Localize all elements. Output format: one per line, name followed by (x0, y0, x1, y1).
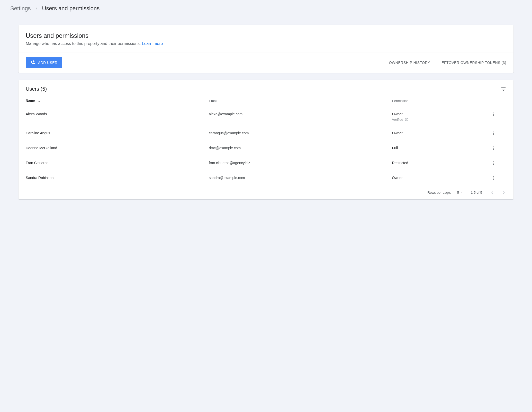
column-header-email[interactable]: Email (202, 95, 385, 107)
table-footer: Rows per page: 5 1-5 of 5 (19, 186, 513, 199)
ownership-history-link[interactable]: OWNERSHIP HISTORY (389, 61, 430, 65)
table-row: Fran Cisnerosfran.cisneros@agency.bizRes… (19, 156, 513, 171)
user-email-cell: alexa@example.com (202, 107, 385, 126)
svg-point-2 (493, 113, 494, 113)
row-menu-button[interactable] (491, 112, 496, 117)
dropdown-icon (460, 191, 463, 194)
users-table: Name Email Permission Alexa Woodsalexa@e… (19, 95, 513, 186)
table-row: Sandra Robinsonsandra@example.comOwner (19, 171, 513, 186)
user-name-cell: Caroline Angus (19, 126, 202, 141)
row-menu-button[interactable] (491, 161, 496, 165)
svg-point-3 (493, 114, 494, 115)
user-name-cell: Alexa Woods (19, 107, 202, 126)
svg-point-4 (493, 115, 494, 116)
user-email-cell: carangus@example.com (202, 126, 385, 141)
user-permission-cell: OwnerVerified (385, 107, 474, 126)
user-permission-cell: Owner (385, 171, 474, 186)
svg-point-1 (407, 120, 407, 120)
svg-point-11 (493, 161, 494, 162)
table-row: Caroline Anguscarangus@example.comOwner (19, 126, 513, 141)
row-menu-button[interactable] (491, 131, 496, 136)
breadcrumb-root-link[interactable]: Settings (10, 5, 31, 12)
user-email-cell: sandra@example.com (202, 171, 385, 186)
pagination-range: 1-5 of 5 (471, 191, 482, 194)
svg-point-6 (493, 133, 494, 134)
chevron-right-icon (35, 7, 38, 10)
person-add-icon (30, 60, 35, 65)
svg-point-9 (493, 148, 494, 148)
next-page-button[interactable] (501, 190, 506, 195)
svg-point-10 (493, 149, 494, 150)
svg-point-7 (493, 134, 494, 135)
user-permission-cell: Restricted (385, 156, 474, 171)
user-name-cell: Fran Cisneros (19, 156, 202, 171)
row-menu-button[interactable] (491, 176, 496, 180)
rows-per-page-select[interactable]: 5 (457, 191, 463, 194)
add-user-label: ADD USER (38, 61, 58, 65)
svg-point-8 (493, 146, 494, 147)
svg-point-12 (493, 163, 494, 163)
add-user-button[interactable]: ADD USER (26, 57, 62, 68)
filter-icon[interactable] (501, 86, 506, 92)
column-header-permission[interactable]: Permission (385, 95, 474, 107)
user-email-cell: fran.cisneros@agency.biz (202, 156, 385, 171)
row-menu-button[interactable] (491, 146, 496, 151)
prev-page-button[interactable] (490, 190, 495, 195)
user-permission-cell: Owner (385, 126, 474, 141)
arrow-down-icon (37, 99, 41, 103)
users-table-card: Users (5) Name Email Permission (19, 80, 513, 199)
help-icon[interactable] (405, 118, 409, 121)
user-name-cell: Sandra Robinson (19, 171, 202, 186)
table-row: Alexa Woodsalexa@example.comOwnerVerifie… (19, 107, 513, 126)
svg-point-14 (493, 176, 494, 177)
breadcrumb: Settings Users and permissions (0, 0, 532, 17)
users-table-title: Users (5) (26, 86, 47, 92)
page-title: Users and permissions (26, 32, 506, 39)
rows-per-page-label: Rows per page: (428, 191, 451, 194)
column-header-name[interactable]: Name (19, 95, 202, 107)
breadcrumb-current: Users and permissions (42, 5, 100, 12)
svg-point-16 (493, 179, 494, 180)
user-permission-cell: Full (385, 141, 474, 156)
user-name-cell: Deanne McClelland (19, 141, 202, 156)
user-email-cell: dmc@example.com (202, 141, 385, 156)
svg-point-15 (493, 177, 494, 178)
header-card: Users and permissions Manage who has acc… (19, 25, 513, 73)
leftover-tokens-link[interactable]: LEFTOVER OWNERSHIP TOKENS (3) (439, 61, 506, 65)
page-subtitle: Manage who has access to this property a… (26, 41, 506, 46)
table-row: Deanne McClellanddmc@example.comFull (19, 141, 513, 156)
svg-point-5 (493, 132, 494, 132)
verified-badge: Verified (392, 118, 467, 121)
learn-more-link[interactable]: Learn more (142, 41, 163, 46)
svg-point-13 (493, 164, 494, 165)
